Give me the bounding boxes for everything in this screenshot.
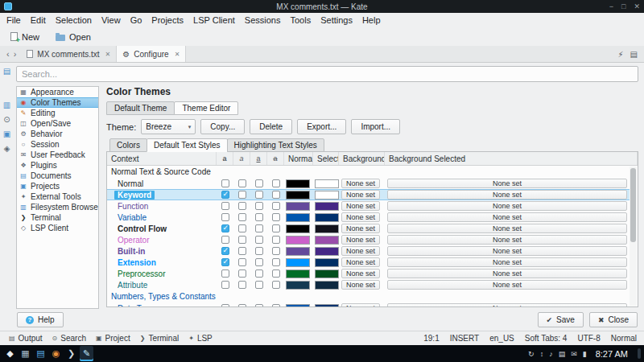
tab-document[interactable]: MX comments.txt ✕ — [21, 46, 117, 62]
settings-nav-item[interactable]: ▥ Filesystem Browser — [17, 202, 98, 212]
style-row[interactable]: Extension None set None set — [107, 257, 630, 268]
menu-item[interactable]: Settings — [316, 14, 357, 27]
menu-item[interactable]: View — [97, 14, 126, 27]
back-icon[interactable]: ‹ — [6, 49, 10, 59]
selected-color-swatch[interactable] — [315, 202, 339, 211]
tray-icon[interactable]: ↻ — [528, 350, 535, 358]
bold-checkbox[interactable] — [221, 258, 229, 266]
flash-icon[interactable]: ⚡ — [618, 50, 624, 59]
theme-select[interactable]: Breeze — [141, 119, 196, 134]
strikethrough-checkbox[interactable] — [272, 224, 280, 232]
normal-color-swatch[interactable] — [286, 213, 310, 222]
toolview-icon[interactable]: ▥ — [3, 98, 10, 113]
underline-checkbox[interactable] — [255, 281, 263, 289]
statusbar-field[interactable]: INSERT — [450, 334, 480, 343]
background-selected-button[interactable]: None set — [387, 212, 627, 222]
statusbar-toggle[interactable]: ▣ Project — [91, 333, 135, 343]
forward-icon[interactable]: › — [14, 49, 17, 59]
settings-nav-item[interactable]: ◇ LSP Client — [17, 223, 98, 233]
settings-nav-item[interactable]: ◫ Open/Save — [17, 118, 98, 129]
bold-checkbox[interactable] — [221, 224, 229, 232]
italic-checkbox[interactable] — [238, 202, 246, 210]
normal-color-swatch[interactable] — [286, 269, 310, 278]
background-selected-button[interactable]: None set — [387, 280, 627, 290]
settings-nav-item[interactable]: ✎ Editing — [17, 108, 98, 118]
background-button[interactable]: None set — [341, 246, 380, 256]
tab-close-icon[interactable]: ✕ — [175, 51, 180, 58]
underline-checkbox[interactable] — [255, 258, 263, 266]
bold-checkbox[interactable] — [221, 179, 229, 187]
selected-color-swatch[interactable] — [315, 269, 339, 278]
style-row[interactable]: Attribute None set None set — [107, 279, 630, 290]
minimize-button[interactable]: − — [609, 3, 613, 10]
settings-nav-item[interactable]: ✦ External Tools — [17, 191, 98, 202]
settings-nav-item[interactable]: ❖ Plugins — [17, 160, 98, 171]
underline-checkbox[interactable] — [255, 247, 263, 255]
style-tab[interactable]: Highlighting Text Styles — [227, 138, 324, 152]
theme-mode-tab[interactable]: Default Theme — [106, 101, 175, 115]
italic-checkbox[interactable] — [238, 247, 246, 255]
scrollbar-thumb[interactable] — [630, 168, 636, 242]
italic-checkbox[interactable] — [238, 213, 246, 221]
new-button[interactable]: New — [4, 31, 46, 43]
menu-item[interactable]: File — [2, 14, 26, 27]
italic-checkbox[interactable] — [238, 281, 246, 289]
background-selected-button[interactable]: None set — [387, 303, 627, 307]
background-button[interactable]: None set — [341, 257, 380, 267]
settings-nav-item[interactable]: ⚙ Behavior — [17, 129, 98, 139]
settings-nav-item[interactable]: ❯ Terminal — [17, 212, 98, 223]
underline-checkbox[interactable] — [255, 179, 263, 187]
selected-color-swatch[interactable] — [315, 304, 339, 308]
underline-checkbox[interactable] — [255, 304, 263, 307]
selected-color-swatch[interactable] — [315, 247, 339, 256]
style-tab[interactable]: Colors — [109, 138, 147, 152]
italic-checkbox[interactable] — [238, 191, 246, 199]
strikethrough-checkbox[interactable] — [272, 202, 280, 210]
bold-checkbox[interactable] — [221, 304, 229, 307]
background-button[interactable]: None set — [341, 224, 380, 233]
taskbar-icon[interactable]: ◉ — [49, 346, 63, 361]
background-selected-button[interactable]: None set — [387, 246, 627, 256]
selected-color-swatch[interactable] — [315, 236, 339, 245]
theme-action-button[interactable]: Copy... — [200, 119, 245, 134]
strikethrough-checkbox[interactable] — [272, 304, 280, 307]
maximize-button[interactable]: □ — [621, 3, 625, 10]
background-button[interactable]: None set — [341, 190, 380, 200]
style-row[interactable]: Function None set None set — [107, 200, 630, 212]
style-row[interactable]: Variable None set None set — [107, 212, 630, 223]
background-selected-button[interactable]: None set — [387, 190, 627, 200]
selected-color-swatch[interactable] — [315, 179, 339, 188]
italic-checkbox[interactable] — [238, 236, 246, 244]
settings-nav-item[interactable]: ○ Session — [17, 139, 98, 150]
clock[interactable]: 8:27 AM — [596, 349, 628, 359]
taskbar-icon[interactable]: ✎ — [80, 346, 93, 361]
toolview-icon[interactable]: ⊙ — [3, 113, 10, 127]
strikethrough-checkbox[interactable] — [272, 247, 280, 255]
style-row[interactable]: Built-in None set None set — [107, 245, 630, 257]
selected-color-swatch[interactable] — [315, 258, 339, 267]
background-button[interactable]: None set — [341, 303, 380, 307]
window-close-button[interactable]: ✕ — [634, 3, 640, 10]
tab-configure[interactable]: ⚙ Configure ✕ — [117, 46, 186, 62]
background-selected-button[interactable]: None set — [387, 235, 627, 245]
italic-checkbox[interactable] — [238, 269, 246, 278]
background-button[interactable]: None set — [341, 179, 380, 188]
menu-item[interactable]: Help — [357, 14, 386, 27]
settings-search-input[interactable] — [16, 66, 638, 82]
strikethrough-checkbox[interactable] — [272, 269, 280, 278]
taskbar-icon[interactable]: ◆ — [3, 346, 17, 361]
background-selected-button[interactable]: None set — [387, 269, 627, 278]
save-button[interactable]: ✔ Save — [538, 312, 584, 327]
tab-close-icon[interactable]: ✕ — [105, 51, 111, 58]
background-button[interactable]: None set — [341, 269, 380, 278]
italic-checkbox[interactable] — [238, 224, 246, 232]
bold-checkbox[interactable] — [221, 281, 229, 289]
tray-icon[interactable]: ♪ — [549, 350, 553, 358]
menu-item[interactable]: Projects — [147, 14, 188, 27]
normal-color-swatch[interactable] — [286, 179, 310, 188]
style-tab[interactable]: Default Text Styles — [147, 138, 228, 152]
italic-checkbox[interactable] — [238, 179, 246, 187]
settings-nav-item[interactable]: ▤ Documents — [17, 171, 98, 181]
italic-checkbox[interactable] — [238, 304, 246, 307]
strikethrough-checkbox[interactable] — [272, 258, 280, 266]
